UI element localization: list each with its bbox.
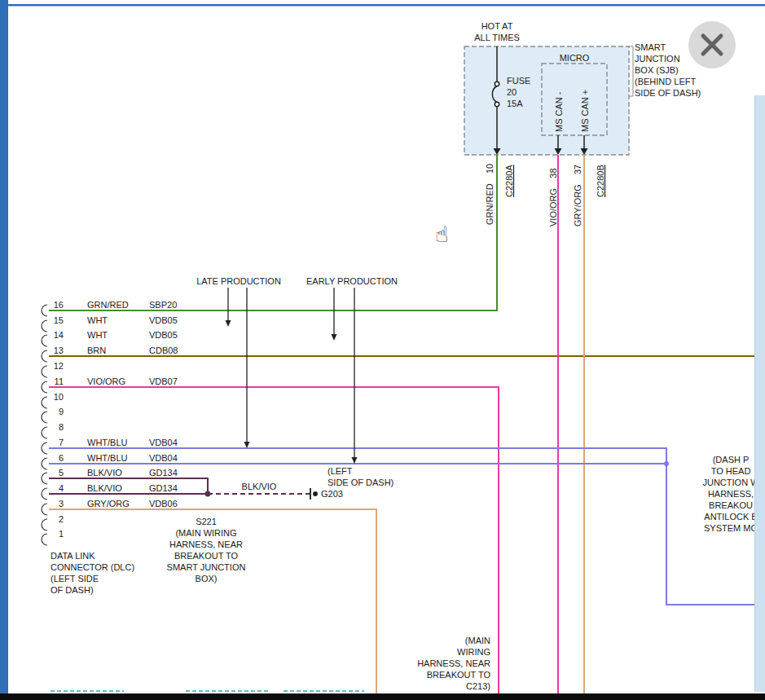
window-bottom-bar: [0, 693, 765, 700]
sjb-label-line: SMART: [635, 42, 666, 52]
right-note-line: (DASH P: [713, 455, 750, 464]
ms-can-plus-label: MS CAN +: [580, 90, 590, 132]
micro-label: MICRO: [560, 53, 590, 63]
bottom-note-line: WIRING: [457, 647, 490, 657]
pin-number: 14: [54, 330, 64, 340]
tag-gry-org-37: GRY/ORG 37: [573, 165, 583, 227]
sjb-box: [464, 46, 629, 155]
window-top-edge: [0, 4, 765, 7]
right-note-line: ANTILOCK B: [704, 512, 757, 522]
s221-desc-line: BOX): [196, 574, 218, 583]
dlc-label-line: OF DASH): [51, 585, 94, 595]
late-production-label: LATE PRODUCTION: [196, 276, 281, 286]
pin-number: 11: [55, 376, 64, 386]
hand-cursor-icon: ☝: [435, 222, 448, 247]
pin-number: 10: [54, 392, 64, 402]
fuse-terminal: [495, 102, 499, 106]
ground-g203-dot: [313, 491, 318, 496]
pin-wire-color: BLK/VIO: [87, 483, 122, 493]
right-note-line: JUNCTION W: [702, 478, 759, 487]
early-production-label: EARLY PRODUCTION: [306, 276, 398, 286]
diagram-canvas[interactable]: [0, 0, 765, 700]
window-left-edge: [0, 0, 8, 700]
pin-circuit: VDB07: [149, 376, 178, 386]
pin-wire-color: VIO/ORG: [87, 376, 125, 386]
fuse-label: 15A: [507, 99, 523, 108]
pin-circuit: SBP20: [149, 300, 177, 310]
pin-number: 4: [59, 483, 64, 493]
fuse-terminal: [495, 81, 499, 86]
pin-circuit: VDB04: [149, 453, 178, 463]
bottom-note-line: C213): [466, 681, 490, 691]
pin-number: 16: [54, 300, 64, 310]
pin-circuit: GD134: [149, 468, 178, 478]
bottom-note-line: (MAIN: [465, 636, 490, 645]
pin-wire-color: BRN: [87, 346, 106, 355]
s221-desc-line: SMART JUNCTION: [167, 562, 246, 572]
g203-location-line: SIDE OF DASH): [328, 478, 393, 487]
bottom-note-line: HARNESS, NEAR: [417, 658, 490, 668]
right-note-line: HARNESS,: [708, 489, 754, 499]
pin-wire-color: WHT/BLU: [87, 453, 128, 463]
s221-label: S221: [196, 517, 217, 526]
bottom-note-line: BREAKOUT TO: [427, 670, 491, 680]
g203-label: G203: [321, 489, 343, 499]
pin-circuit: VDB05: [149, 315, 178, 325]
scrollbar-track[interactable]: [754, 95, 765, 692]
g203-location-line: (LEFT: [328, 466, 353, 476]
pin-number: 9: [59, 407, 64, 416]
pin-number: 12: [54, 361, 64, 371]
dlc-label-line: DATA LINK: [51, 551, 95, 561]
pin-circuit: GD134: [149, 483, 178, 493]
sjb-label-line: SIDE OF DASH): [635, 88, 701, 98]
fuse-label: 20: [507, 87, 517, 97]
right-note-line: SYSTEM MO: [704, 523, 758, 533]
close-button[interactable]: [688, 21, 736, 68]
pin-circuit: CDB08: [149, 346, 178, 355]
junction-dot: [664, 461, 669, 466]
pin-number: 2: [59, 514, 64, 524]
pin-wire-color: WHT/BLU: [87, 438, 128, 447]
tag-grn-red-10: GRN/RED 10: [485, 164, 495, 225]
hot-at-label: HOT AT: [481, 21, 513, 31]
pin-number: 1: [59, 529, 64, 539]
right-note-line: BREAKOU: [709, 500, 753, 510]
hot-at-label: ALL TIMES: [474, 33, 520, 42]
ms-can-minus-label: MS CAN -: [554, 91, 564, 132]
right-note-line: TO HEAD: [711, 466, 751, 476]
pin-wire-color: GRY/ORG: [87, 499, 130, 508]
dlc-label-line: (LEFT SIDE: [51, 574, 99, 583]
pin-number: 7: [59, 438, 64, 447]
s221-desc-line: HARNESS, NEAR: [169, 539, 243, 549]
s221-desc-line: (MAIN WIRING: [175, 528, 236, 538]
pin-wire-color: BLK/VIO: [87, 468, 122, 478]
tag-c2280b: C2280B: [596, 165, 605, 197]
pin-number: 5: [59, 468, 64, 478]
dlc-label-line: CONNECTOR (DLC): [51, 562, 134, 572]
sjb-label-line: JUNCTION: [635, 54, 680, 64]
s221-desc-line: BREAKOUT TO: [174, 551, 239, 561]
pin-circuit: VDB06: [149, 499, 178, 508]
tag-vio-org-38: VIO/ORG 38: [548, 168, 558, 227]
pin-number: 3: [59, 499, 64, 508]
sjb-label-line: (BEHIND LEFT: [635, 77, 696, 86]
pin-number: 8: [59, 422, 64, 432]
pin-wire-color: GRN/RED: [87, 300, 129, 310]
pin-number: 15: [54, 315, 64, 325]
pin-circuit: VDB05: [149, 330, 178, 340]
blk-vio-wire-label: BLK/VIO: [242, 482, 277, 491]
fuse-label: FUSE: [507, 76, 530, 86]
pin-number: 13: [54, 346, 64, 355]
wiring-diagram-viewer: MICRO SMART JUNCTION BOX (SJB) (BEHIND L…: [0, 0, 765, 700]
pin-number: 6: [59, 453, 64, 463]
pin-circuit: VDB04: [149, 438, 178, 447]
pin-wire-color: WHT: [87, 330, 108, 340]
sjb-label-line: BOX (SJB): [635, 65, 679, 75]
pin-wire-color: WHT: [87, 315, 108, 325]
tag-c2280a: C2280A: [504, 165, 514, 197]
